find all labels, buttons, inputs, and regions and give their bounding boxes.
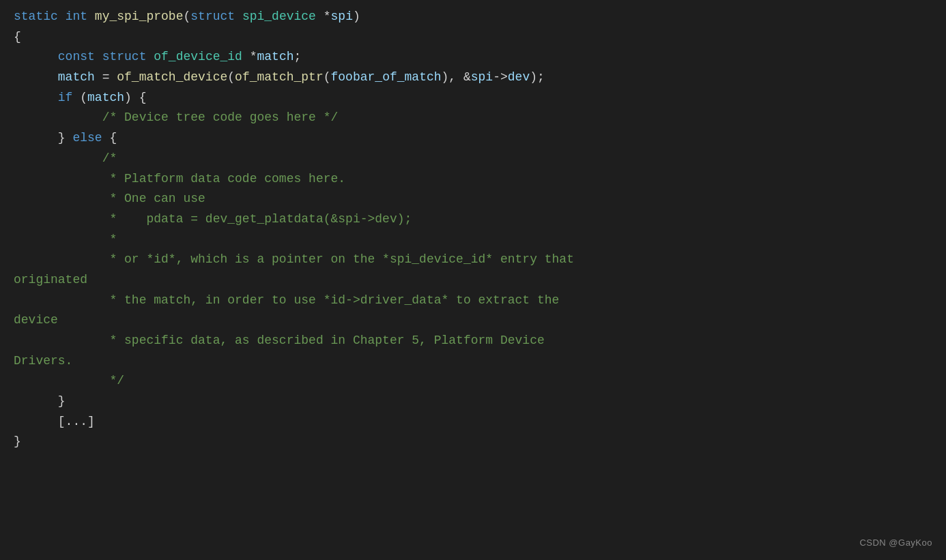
code-container: static int my_spi_probe(struct spi_devic… <box>0 0 946 560</box>
watermark: CSDN @GayKoo <box>859 536 932 550</box>
code-block: static int my_spi_probe(struct spi_devic… <box>14 7 932 452</box>
